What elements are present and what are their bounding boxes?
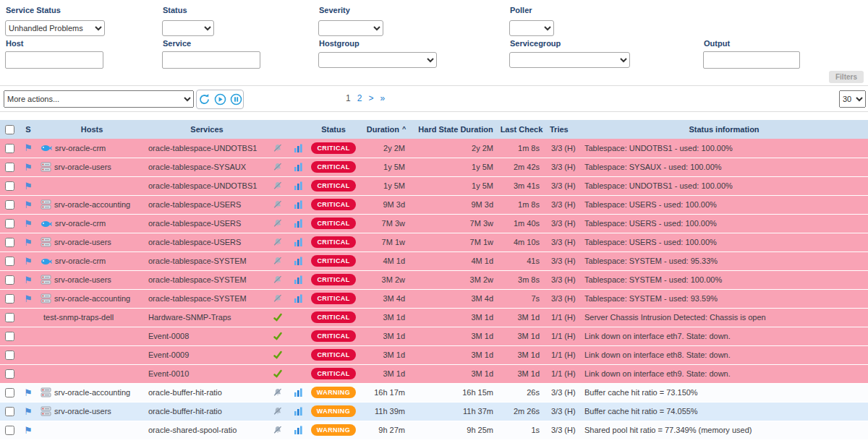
performance-graph-icon[interactable] <box>294 387 303 396</box>
performance-graph-icon[interactable] <box>294 237 303 246</box>
host-link[interactable]: srv-oracle-crm <box>55 257 106 265</box>
row-checkbox[interactable] <box>5 426 14 435</box>
poller-select[interactable] <box>509 20 554 36</box>
service-link[interactable]: oracle-buffer-hit-ratio <box>148 388 222 397</box>
refresh-controls <box>196 90 244 109</box>
status-label: Status <box>163 6 187 14</box>
status-select[interactable] <box>162 20 214 36</box>
tries-cell: 3/3 (H) <box>545 289 580 308</box>
host-link[interactable]: srv-oracle-users <box>54 275 111 284</box>
table-row: ⚑ srv-oracle-users oracle-buffer-hit-rat… <box>0 402 868 421</box>
performance-graph-icon[interactable] <box>294 143 303 152</box>
host-link[interactable]: test-snmp-traps-dell <box>43 313 114 322</box>
service-link[interactable]: oracle-buffer-hit-ratio <box>148 407 222 416</box>
row-checkbox[interactable] <box>5 219 14 228</box>
select-all-checkbox[interactable] <box>5 125 14 134</box>
service-link[interactable]: oracle-shared-spool-ratio <box>148 426 237 434</box>
service-link[interactable]: oracle-tablespace-USERS <box>148 219 241 228</box>
pagination-last[interactable]: » <box>380 93 385 103</box>
crm-host-icon <box>41 143 52 152</box>
service-link[interactable]: oracle-tablespace-UNDOTBS1 <box>148 144 257 152</box>
table-row: ⚑ test-snmp-traps-dell Hardware-SNMP-Tra… <box>0 308 868 327</box>
service-status-select[interactable]: Unhandled Problems <box>5 20 105 36</box>
row-checkbox[interactable] <box>5 407 14 416</box>
header-hard-state-duration[interactable]: Hard State Duration <box>414 120 498 139</box>
header-duration[interactable]: Duration^ <box>359 120 414 139</box>
play-icon[interactable] <box>214 93 226 106</box>
row-checkbox[interactable] <box>5 163 14 172</box>
service-link[interactable]: oracle-tablespace-SYSTEM <box>148 257 247 265</box>
performance-graph-icon[interactable] <box>294 406 303 415</box>
performance-graph-icon[interactable] <box>294 218 303 227</box>
row-checkbox[interactable] <box>5 257 14 266</box>
row-checkbox[interactable] <box>5 144 14 153</box>
service-link[interactable]: oracle-tablespace-SYSTEM <box>148 294 247 303</box>
performance-graph-icon[interactable] <box>294 275 303 283</box>
more-actions-select[interactable]: More actions... <box>4 90 194 108</box>
header-tries[interactable]: Tries <box>545 120 580 139</box>
performance-graph-icon[interactable] <box>294 293 303 302</box>
duration-cell: 3M 2w <box>359 270 414 289</box>
row-checkbox[interactable] <box>5 332 14 341</box>
service-link[interactable]: Hardware-SNMP-Traps <box>148 313 231 322</box>
host-link[interactable]: srv-oracle-crm <box>55 144 106 152</box>
service-link[interactable]: Event-0008 <box>148 332 189 340</box>
performance-graph-icon[interactable] <box>294 256 303 264</box>
hostgroup-select[interactable] <box>318 52 437 68</box>
host-link[interactable]: srv-oracle-accounting <box>54 200 130 209</box>
service-link[interactable]: Event-0010 <box>148 369 189 378</box>
notifications-muted-icon <box>273 143 283 152</box>
row-checkbox[interactable] <box>5 350 14 360</box>
host-link[interactable]: srv-oracle-accounting <box>54 294 130 303</box>
state-flag-icon: ⚑ <box>24 199 33 210</box>
host-link[interactable]: srv-oracle-accounting <box>54 388 130 397</box>
servicegroup-select[interactable] <box>509 52 630 68</box>
service-link[interactable]: oracle-tablespace-SYSTEM <box>148 275 247 284</box>
service-link[interactable]: oracle-tablespace-USERS <box>148 238 241 246</box>
last-check-cell: 7s <box>498 289 545 308</box>
service-link[interactable]: oracle-tablespace-SYSAUX <box>148 163 246 171</box>
notifications-muted-icon <box>273 199 283 208</box>
per-page-select[interactable]: 30 <box>839 90 866 108</box>
performance-graph-icon[interactable] <box>294 199 303 208</box>
filters-button[interactable]: Filters <box>829 71 864 83</box>
service-link[interactable]: oracle-tablespace-USERS <box>148 200 241 209</box>
performance-graph-icon[interactable] <box>294 162 303 171</box>
row-checkbox[interactable] <box>5 313 14 322</box>
output-input[interactable] <box>703 51 800 69</box>
service-link[interactable]: Event-0009 <box>148 350 189 359</box>
header-s[interactable]: S <box>19 120 38 139</box>
row-checkbox[interactable] <box>5 181 14 191</box>
row-checkbox[interactable] <box>5 238 14 247</box>
severity-select[interactable] <box>318 20 383 36</box>
crm-host-icon <box>41 218 52 228</box>
last-check-cell: 3M 1d <box>498 345 545 364</box>
header-last-check[interactable]: Last Check <box>498 120 545 139</box>
duration-cell: 2y 2M <box>359 139 414 158</box>
host-link[interactable]: srv-oracle-users <box>54 238 111 246</box>
refresh-icon[interactable] <box>198 93 210 106</box>
status-badge: CRITICAL <box>311 236 356 248</box>
host-link[interactable]: srv-oracle-users <box>54 407 111 416</box>
header-status[interactable]: Status <box>308 120 359 139</box>
row-checkbox[interactable] <box>5 275 14 285</box>
header-status-information[interactable]: Status information <box>580 120 868 139</box>
pagination-next[interactable]: > <box>368 93 373 103</box>
hard-state-duration-cell: 1y 5M <box>414 158 498 176</box>
performance-graph-icon[interactable] <box>294 181 303 189</box>
host-input[interactable] <box>5 51 103 69</box>
service-input[interactable] <box>162 51 260 69</box>
performance-graph-icon[interactable] <box>294 425 303 434</box>
row-checkbox[interactable] <box>5 294 14 304</box>
row-checkbox[interactable] <box>5 388 14 397</box>
header-services[interactable]: Services <box>146 120 268 139</box>
status-badge: CRITICAL <box>311 161 356 173</box>
host-link[interactable]: srv-oracle-crm <box>55 219 106 228</box>
service-link[interactable]: oracle-tablespace-UNDOTBS1 <box>148 181 257 190</box>
header-hosts[interactable]: Hosts <box>38 120 146 139</box>
pause-icon[interactable] <box>230 93 242 106</box>
row-checkbox[interactable] <box>5 369 14 379</box>
host-link[interactable]: srv-oracle-users <box>54 163 111 171</box>
row-checkbox[interactable] <box>5 200 14 210</box>
pagination-page-2[interactable]: 2 <box>357 93 362 103</box>
